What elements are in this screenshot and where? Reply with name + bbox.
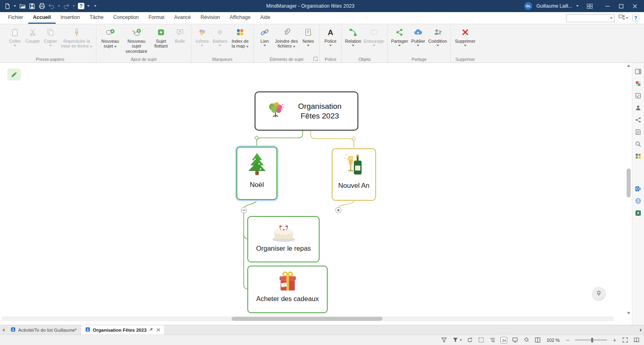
tab-fichier[interactable]: Fichier [3,12,28,24]
new-topic-dropdown-icon[interactable] [114,46,117,48]
task-info-panel-icon[interactable] [634,92,642,100]
outlook-panel-icon[interactable] [634,185,642,193]
snippets-panel-icon[interactable] [634,128,642,136]
format-painter-dropdown-icon[interactable] [90,46,92,48]
coediting-dropdown-icon[interactable] [437,45,439,46]
outline-view-icon[interactable] [489,337,496,343]
scroll-up-arrow[interactable] [627,64,630,67]
tab-format[interactable]: Format [144,12,169,24]
share-dropdown-icon[interactable] [398,45,401,46]
new-subtopic-button[interactable]: Nouveau sujet secondaire [122,25,151,54]
excel-panel-icon[interactable] [634,209,642,217]
collapse-noel-button[interactable] [241,207,247,213]
refresh-icon[interactable] [466,337,473,343]
paste-button[interactable]: Coller [6,25,24,54]
tab-revision[interactable]: Révision [196,12,225,24]
vertical-scroll-thumb[interactable] [627,168,631,197]
doc-tab-activite[interactable]: Activité/To do list Guillaume* [6,325,81,335]
topic-root[interactable]: Organisation Fêtes 2023 [255,91,358,131]
floating-topic-button[interactable]: Sujet flottant [151,25,171,54]
smart-rules-panel-icon[interactable] [634,80,642,87]
index-panel-icon[interactable] [634,152,642,160]
edit-pencil-button[interactable] [7,69,21,81]
attach-files-button[interactable]: Joindre des fichiers [274,25,299,54]
map-index-dropdown-icon[interactable] [246,46,249,48]
undo-dropdown-icon[interactable] [58,5,60,7]
boundary-dropdown-icon[interactable] [373,45,375,46]
avatar[interactable]: GL [524,2,532,10]
expand-nouvel-an-button[interactable] [335,207,341,213]
fit-map-button[interactable] [622,337,629,343]
filter-icon[interactable] [441,337,447,343]
attach-dropdown-icon[interactable] [293,46,295,48]
pin-tab-icon[interactable] [149,327,153,333]
tab-avance[interactable]: Avancé [169,12,196,24]
switch-windows-icon[interactable] [583,0,596,12]
paste-dropdown-icon[interactable] [14,45,16,46]
print-icon[interactable] [38,3,45,10]
notes-dropdown-icon[interactable] [307,45,309,46]
delete-dropdown-icon[interactable] [464,45,466,46]
maximize-button[interactable] [614,0,628,12]
redo-dropdown-icon[interactable] [73,5,75,7]
map-index-button[interactable]: Index de la map [229,25,251,54]
open-file-icon[interactable] [19,3,26,10]
notes-button[interactable]: Notes [299,25,317,54]
view-options-dropdown-icon[interactable] [626,17,628,19]
tab-tache[interactable]: Tâche [85,12,109,24]
link-button[interactable]: Lien [256,25,274,54]
coediting-button[interactable]: Coédition [427,25,448,54]
presentation-view-icon[interactable] [512,337,519,343]
vertical-scrollbar[interactable] [626,64,631,314]
vertical-scroll-track[interactable] [626,69,631,310]
split-view-icon[interactable] [534,337,541,343]
topic-nouvel-an[interactable]: Nouvel An [332,148,376,201]
help-icon[interactable]: ? [632,15,639,21]
account-dropdown-icon[interactable] [576,5,579,7]
delete-button[interactable]: Supprimer [453,25,478,54]
reading-view-icon[interactable] [633,337,640,343]
subtopic-organiser-le-repas[interactable]: Organiser le repas [247,216,320,262]
close-button[interactable] [628,0,642,12]
map-parts-panel-icon[interactable] [634,116,642,124]
quick-help-icon[interactable]: ? [78,3,84,9]
share-button[interactable]: Partager [390,25,409,54]
subtopic-acheter-des-cadeaux[interactable]: Acheter des cadeaux [247,266,328,313]
search-input[interactable] [568,16,610,21]
link-dropdown-icon[interactable] [263,45,266,46]
icons-dropdown-icon[interactable] [201,45,203,46]
undo-icon[interactable] [48,3,55,10]
icons-button[interactable]: Icônes [193,25,211,54]
save-icon[interactable] [29,3,36,10]
search-panel-icon[interactable] [634,140,642,148]
tab-aide[interactable]: Aide [255,12,275,24]
topic-noel[interactable]: Noël [236,147,277,200]
new-document-icon[interactable] [4,3,11,10]
zoom-out-button[interactable]: − [565,337,571,343]
redo-icon[interactable] [63,3,70,10]
horizontal-scrollbar[interactable] [2,316,614,321]
new-topic-button[interactable]: Nouveau sujet [98,25,122,54]
format-painter-button[interactable]: Reproduire la mise en forme [59,25,94,54]
close-tab-icon[interactable] [157,328,160,333]
search-dropdown-icon[interactable] [610,17,613,19]
tab-insertion[interactable]: Insertion [56,12,85,24]
font-dropdown-icon[interactable] [329,45,332,46]
tab-affichage[interactable]: Affichage [225,12,255,24]
publish-button[interactable]: Publier [409,25,427,54]
horizontal-scroll-thumb[interactable] [232,317,383,321]
topic-elements-dialog-launcher[interactable] [314,57,318,61]
quick-filter-icon[interactable] [452,337,459,343]
zoom-in-button[interactable]: + [612,337,617,343]
relationship-dropdown-icon[interactable] [352,45,354,46]
doc-tab-organisation[interactable]: Organisation Fêtes 2023 [81,325,165,335]
zoom-slider-thumb[interactable] [591,338,593,343]
minimize-button[interactable] [600,0,614,12]
fill-color-icon[interactable] [523,337,530,343]
help-dropdown-icon[interactable] [87,5,90,7]
map-canvas[interactable]: Organisation Fêtes 2023 Noël [0,63,632,325]
user-name[interactable]: Guillaume Laill... [536,3,572,9]
tabs-scroll-left-button[interactable] [0,325,6,335]
font-button[interactable]: A Police [322,25,339,54]
publish-dropdown-icon[interactable] [417,45,419,46]
